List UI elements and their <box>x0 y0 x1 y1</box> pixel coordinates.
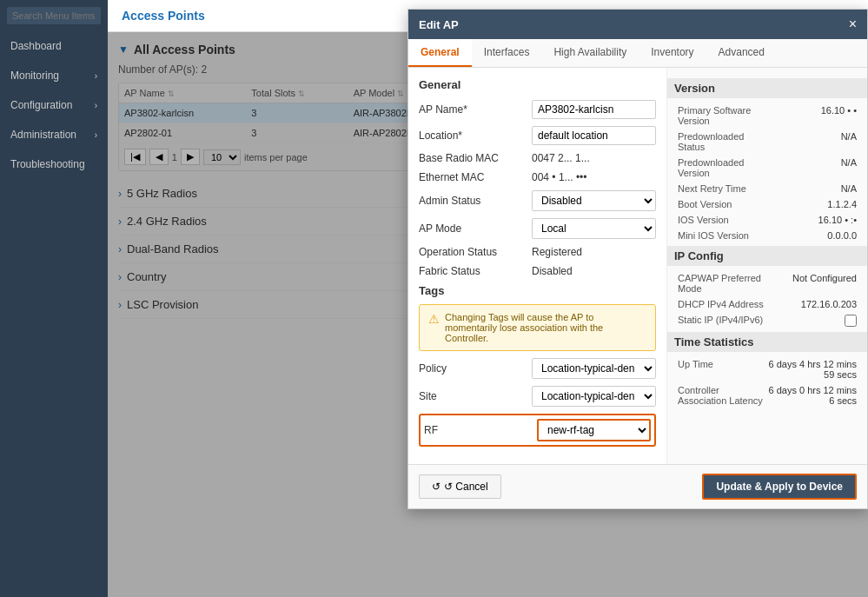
capwap-mode-label: CAPWAP Preferred Mode <box>678 273 767 294</box>
mini-ios-version-label: Mini IOS Version <box>678 230 767 241</box>
sidebar-item-label: Troubleshooting <box>10 158 85 170</box>
sidebar-item-configuration[interactable]: Configuration › <box>0 90 108 120</box>
search-input[interactable] <box>7 7 101 24</box>
ethernet-mac-row: Ethernet MAC 004 • 1... ••• <box>419 171 656 183</box>
ap-name-input[interactable] <box>532 100 656 119</box>
operation-status-row: Operation Status Registered <box>419 246 656 258</box>
base-radio-mac-value: 0047 2... 1... <box>532 152 656 164</box>
sidebar-item-troubleshooting[interactable]: Troubleshooting <box>0 149 108 179</box>
location-input[interactable] <box>532 126 656 145</box>
version-section-title: Version <box>667 78 867 98</box>
rf-row: RF new-rf-tag <box>419 414 656 447</box>
mini-ios-version-value: 0.0.0.0 <box>767 230 857 241</box>
breadcrumb-text: Access Points <box>122 9 205 23</box>
tab-interfaces[interactable]: Interfaces <box>472 39 542 67</box>
fabric-status-row: Fabric Status Disabled <box>419 265 656 277</box>
predownloaded-version-label: Predownloaded Version <box>678 157 767 178</box>
ap-mode-row: AP Mode Local Monitor FlexConnect <box>419 218 656 239</box>
sidebar-item-dashboard[interactable]: Dashboard <box>0 31 108 61</box>
ap-mode-label: AP Mode <box>419 222 532 235</box>
predownloaded-status-row: Predownloaded Status N/A <box>678 131 857 152</box>
ios-version-row: IOS Version 16.10 • :• <box>678 215 857 225</box>
mini-ios-version-row: Mini IOS Version 0.0.0.0 <box>678 230 857 241</box>
policy-select[interactable]: Location-typical-den <box>532 358 656 379</box>
fabric-status-label: Fabric Status <box>419 265 532 277</box>
sidebar-item-label: Dashboard <box>10 40 62 52</box>
modal-body: General AP Name* Location* Base Radio MA… <box>408 68 867 464</box>
sidebar-item-monitoring[interactable]: Monitoring › <box>0 61 108 90</box>
policy-select-wrap: Location-typical-den <box>532 358 656 379</box>
ethernet-mac-value: 004 • 1... ••• <box>532 171 656 183</box>
static-ip-row: Static IP (IPv4/IPv6) <box>678 315 857 327</box>
tags-warning-text: Changing Tags will cause the AP to momen… <box>445 312 646 343</box>
modal-header: Edit AP × <box>408 10 867 39</box>
cancel-label: ↺ Cancel <box>444 481 488 493</box>
dhcp-ipv4-row: DHCP IPv4 Address 172.16.0.203 <box>678 299 857 309</box>
admin-status-row: Admin Status Disabled Enabled <box>419 190 656 211</box>
rf-select-wrap: new-rf-tag <box>537 419 651 441</box>
admin-status-select[interactable]: Disabled Enabled <box>532 190 656 211</box>
site-label: Site <box>419 390 532 402</box>
sidebar-item-label: Monitoring <box>10 70 59 82</box>
tab-inventory[interactable]: Inventory <box>639 39 706 67</box>
ap-mode-select[interactable]: Local Monitor FlexConnect <box>532 218 656 239</box>
predownloaded-status-label: Predownloaded Status <box>678 131 767 152</box>
predownloaded-version-row: Predownloaded Version N/A <box>678 157 857 178</box>
up-time-row: Up Time 6 days 4 hrs 12 mins 59 secs <box>678 359 857 380</box>
ap-name-row: AP Name* <box>419 100 656 119</box>
location-row: Location* <box>419 126 656 145</box>
tab-advanced[interactable]: Advanced <box>706 39 777 67</box>
sidebar-search-container <box>0 0 108 31</box>
ios-version-value: 16.10 • :• <box>767 215 857 225</box>
admin-status-label: Admin Status <box>419 195 532 207</box>
ip-config-section-title: IP Config <box>667 246 867 266</box>
update-apply-button[interactable]: Update & Apply to Device <box>702 474 857 500</box>
up-time-value: 6 days 4 hrs 12 mins 59 secs <box>767 359 857 380</box>
ios-version-label: IOS Version <box>678 215 767 225</box>
tab-high-availability[interactable]: High Availability <box>541 39 639 67</box>
base-radio-mac-row: Base Radio MAC 0047 2... 1... <box>419 152 656 164</box>
edit-ap-modal: Edit AP × General Interfaces High Availa… <box>407 9 868 509</box>
modal-left-panel: General AP Name* Location* Base Radio MA… <box>408 68 667 464</box>
tab-general[interactable]: General <box>408 39 472 67</box>
controller-assoc-latency-value: 6 days 0 hrs 12 mins 6 secs <box>767 385 857 406</box>
cancel-button[interactable]: ↺ ↺ Cancel <box>419 474 501 499</box>
cancel-icon: ↺ <box>432 481 441 493</box>
policy-row: Policy Location-typical-den <box>419 358 656 379</box>
primary-sw-version-row: Primary Software Version 16.10 • • <box>678 105 857 126</box>
general-section-title: General <box>419 78 656 91</box>
next-retry-time-row: Next Retry Time N/A <box>678 183 857 194</box>
dhcp-ipv4-value: 172.16.0.203 <box>767 299 857 309</box>
rf-label: RF <box>424 424 537 436</box>
tags-title: Tags <box>419 284 656 297</box>
static-ip-label: Static IP (IPv4/IPv6) <box>678 315 845 327</box>
sidebar: Dashboard Monitoring › Configuration › A… <box>0 0 108 597</box>
capwap-mode-value: Not Configured <box>767 273 857 294</box>
sidebar-item-label: Configuration <box>10 99 72 111</box>
sidebar-item-label: Administration <box>10 129 76 141</box>
static-ip-checkbox[interactable] <box>845 315 857 327</box>
site-select-wrap: Location-typical-den <box>532 386 656 407</box>
dhcp-ipv4-label: DHCP IPv4 Address <box>678 299 767 309</box>
modal-close-button[interactable]: × <box>849 17 857 32</box>
chevron-right-icon: › <box>95 130 97 140</box>
warning-icon: ⚠ <box>428 312 440 326</box>
ap-name-label: AP Name* <box>419 103 532 116</box>
modal-footer: ↺ ↺ Cancel Update & Apply to Device <box>408 464 867 508</box>
chevron-right-icon: › <box>95 101 97 110</box>
tags-warning-box: ⚠ Changing Tags will cause the AP to mom… <box>419 304 656 351</box>
sidebar-item-administration[interactable]: Administration › <box>0 120 108 149</box>
boot-version-label: Boot Version <box>678 199 767 209</box>
chevron-right-icon: › <box>95 71 97 81</box>
base-radio-mac-label: Base Radio MAC <box>419 152 532 164</box>
site-row: Site Location-typical-den <box>419 386 656 407</box>
capwap-mode-row: CAPWAP Preferred Mode Not Configured <box>678 273 857 294</box>
predownloaded-version-value: N/A <box>767 157 857 178</box>
modal-title: Edit AP <box>419 18 459 31</box>
boot-version-value: 1.1.2.4 <box>767 199 857 209</box>
site-select[interactable]: Location-typical-den <box>532 386 656 407</box>
rf-select[interactable]: new-rf-tag <box>537 419 651 441</box>
primary-sw-version-value: 16.10 • • <box>767 105 857 126</box>
up-time-label: Up Time <box>678 359 767 380</box>
operation-status-value: Registered <box>532 246 656 258</box>
